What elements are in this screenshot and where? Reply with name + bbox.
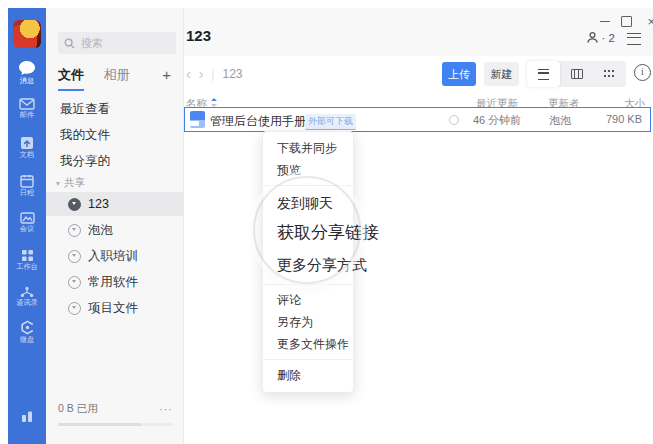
file-row[interactable]: 管理后台使用手册.pdf 外部可下载 46 分钟前 泡泡 790 KB bbox=[184, 107, 651, 132]
app-rail: 消息 邮件 文档 日程 会议 bbox=[8, 8, 46, 444]
upload-button[interactable]: 上传 bbox=[442, 62, 476, 86]
mail-icon bbox=[8, 98, 46, 110]
file-updated-time: 46 分钟前 bbox=[473, 113, 521, 128]
shared-space-icon bbox=[68, 224, 81, 237]
search-box[interactable] bbox=[58, 32, 176, 54]
rail-item-messages[interactable]: 消息 bbox=[8, 60, 46, 86]
rail-item-docs[interactable]: 文档 bbox=[8, 136, 46, 160]
sidebar-item-recent[interactable]: 最近查看 bbox=[46, 96, 184, 122]
rail-item-stats[interactable] bbox=[8, 410, 46, 423]
page-title: 123 bbox=[186, 27, 211, 44]
rail-item-calendar[interactable]: 日程 bbox=[8, 174, 46, 198]
rail-label: 日程 bbox=[10, 189, 44, 198]
storage-used-label: 0 B 已用 bbox=[58, 402, 98, 416]
chat-bubble-icon bbox=[8, 60, 46, 76]
menu-divider bbox=[263, 284, 353, 285]
rail-label: 工作台 bbox=[10, 263, 44, 272]
sidebar-item-my-files[interactable]: 我的文件 bbox=[46, 122, 184, 148]
members-count: · 2 bbox=[602, 32, 615, 44]
workbench-grid-icon bbox=[8, 249, 46, 262]
rail-label: 微盘 bbox=[10, 336, 44, 345]
columns-view-button[interactable] bbox=[560, 61, 593, 87]
external-download-badge: 外部可下载 bbox=[305, 114, 356, 130]
forward-button[interactable]: › bbox=[199, 66, 204, 82]
rail-label: 会议 bbox=[10, 225, 44, 234]
list-view-button[interactable] bbox=[527, 61, 560, 87]
rail-item-contacts[interactable]: 通讯录 bbox=[8, 286, 46, 308]
search-icon bbox=[64, 38, 75, 49]
shared-space-icon bbox=[68, 198, 81, 211]
rail-label: 消息 bbox=[10, 77, 44, 86]
pdf-file-icon bbox=[190, 111, 205, 128]
tab-albums[interactable]: 相册 bbox=[104, 66, 130, 89]
sidebar-item-shared-onboarding[interactable]: 入职培训 bbox=[46, 244, 184, 268]
file-size: 790 KB bbox=[606, 113, 642, 125]
menu-item-get-share-link[interactable]: 获取分享链接 bbox=[263, 216, 353, 250]
shared-section-header[interactable]: ▾共享 bbox=[56, 176, 85, 190]
menu-item-delete[interactable]: 删除 bbox=[263, 364, 353, 386]
list-view-icon bbox=[538, 69, 549, 80]
grid-view-button[interactable] bbox=[593, 61, 626, 87]
menu-divider bbox=[263, 185, 353, 186]
bar-chart-icon bbox=[8, 410, 46, 423]
rail-label: 通讯录 bbox=[10, 299, 44, 308]
rail-item-workbench[interactable]: 工作台 bbox=[8, 249, 46, 272]
context-menu: 下载并同步 预览 发到聊天 获取分享链接 更多分享方式 评论 另存为 更多文件操… bbox=[262, 131, 354, 393]
breadcrumb-separator: | bbox=[211, 67, 214, 81]
add-button[interactable]: + bbox=[162, 66, 171, 84]
rail-item-drive[interactable]: 微盘 bbox=[8, 320, 46, 345]
menu-item-preview[interactable]: 预览 bbox=[263, 159, 353, 181]
drive-sidebar: 文件 相册 + 最近查看 我的文件 我分享的 ▾共享 123 泡泡 入职培训 常… bbox=[46, 8, 184, 444]
rail-label: 文档 bbox=[10, 151, 44, 160]
toolbar: ‹ › | 123 上传 新建 i bbox=[184, 56, 653, 92]
shared-space-icon bbox=[68, 302, 81, 315]
breadcrumb[interactable]: 123 bbox=[222, 67, 242, 81]
rail-label: 邮件 bbox=[10, 111, 44, 120]
tab-files[interactable]: 文件 bbox=[58, 66, 84, 91]
menu-item-send-to-chat[interactable]: 发到聊天 bbox=[263, 190, 353, 216]
search-input[interactable] bbox=[79, 36, 173, 50]
rail-item-mail[interactable]: 邮件 bbox=[8, 98, 46, 120]
columns-view-icon bbox=[571, 69, 583, 79]
menu-divider bbox=[263, 359, 353, 360]
members-button[interactable]: · 2 bbox=[586, 31, 615, 44]
sidebar-item-shared-projects[interactable]: 项目文件 bbox=[46, 296, 184, 320]
sidebar-tabs: 文件 相册 + bbox=[58, 66, 173, 90]
shared-space-icon bbox=[68, 276, 81, 289]
main-header-area bbox=[184, 8, 653, 56]
menu-item-more-share-options[interactable]: 更多分享方式 bbox=[263, 250, 353, 280]
sidebar-item-shared-software[interactable]: 常用软件 bbox=[46, 270, 184, 294]
menu-item-comment[interactable]: 评论 bbox=[263, 289, 353, 311]
storage-more-button[interactable]: ··· bbox=[159, 403, 173, 415]
storage-progress-bar bbox=[58, 423, 173, 426]
menu-item-download-sync[interactable]: 下载并同步 bbox=[263, 137, 353, 159]
sync-status-icon bbox=[449, 115, 459, 125]
close-button[interactable]: × bbox=[647, 15, 653, 28]
hamburger-icon[interactable] bbox=[627, 33, 641, 45]
menu-item-more-file-actions[interactable]: 更多文件操作› bbox=[263, 333, 353, 355]
doc-upload-icon bbox=[8, 136, 46, 150]
back-button[interactable]: ‹ bbox=[186, 66, 191, 82]
storage-usage: 0 B 已用 ··· bbox=[58, 402, 173, 426]
shared-space-icon bbox=[68, 250, 81, 263]
rail-item-meeting[interactable]: 会议 bbox=[8, 212, 46, 234]
new-button[interactable]: 新建 bbox=[484, 62, 519, 86]
submenu-arrow-icon: › bbox=[341, 333, 345, 355]
minimize-button[interactable] bbox=[600, 21, 610, 22]
sidebar-item-shared-paopao[interactable]: 泡泡 bbox=[46, 218, 184, 242]
menu-item-save-as[interactable]: 另存为 bbox=[263, 311, 353, 333]
person-icon bbox=[586, 31, 599, 44]
info-button[interactable]: i bbox=[634, 64, 651, 81]
maximize-button[interactable] bbox=[621, 16, 632, 27]
wecom-drive-window: 消息 邮件 文档 日程 会议 bbox=[0, 0, 653, 444]
calendar-icon bbox=[8, 174, 46, 188]
view-switcher bbox=[527, 61, 626, 87]
meeting-icon bbox=[8, 212, 46, 224]
sidebar-item-shared-123[interactable]: 123 bbox=[46, 192, 184, 216]
drive-icon bbox=[8, 320, 46, 335]
sort-icon bbox=[210, 98, 217, 107]
sidebar-item-my-shares[interactable]: 我分享的 bbox=[46, 148, 184, 174]
user-avatar[interactable] bbox=[13, 20, 41, 48]
chevron-down-icon: ▾ bbox=[56, 179, 60, 188]
contacts-tree-icon bbox=[8, 286, 46, 298]
